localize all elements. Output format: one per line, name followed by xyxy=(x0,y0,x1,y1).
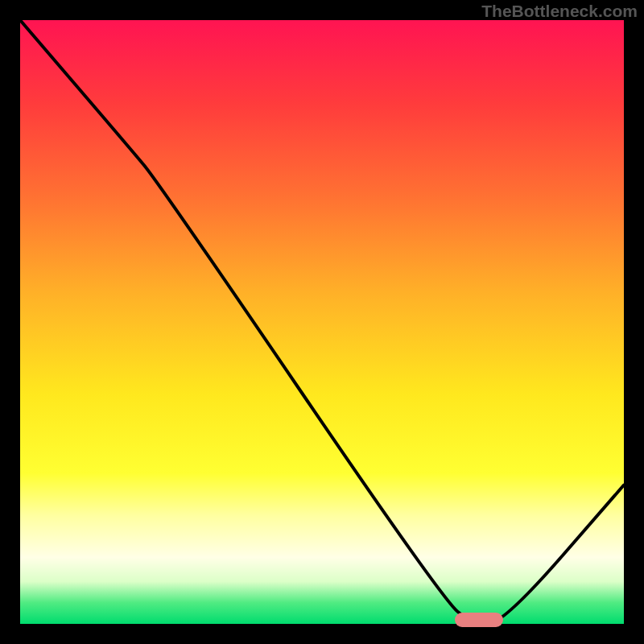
bottleneck-curve xyxy=(20,20,624,624)
optimal-range-marker xyxy=(455,613,503,627)
attribution-text: TheBottleneck.com xyxy=(481,2,638,21)
chart-plot-area xyxy=(20,20,624,624)
curve-path xyxy=(20,20,624,624)
